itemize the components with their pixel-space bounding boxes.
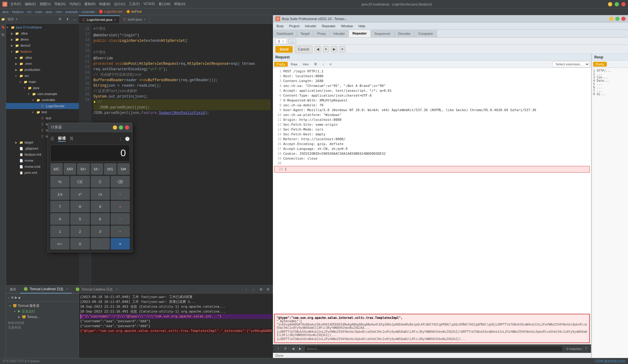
close-panel-btn[interactable]: — <box>72 16 78 22</box>
menu-run[interactable]: 运行(U) <box>114 2 125 6</box>
tree-fastjson[interactable]: ▾ 📁 fastjson <box>6 48 79 55</box>
tree-controller[interactable]: ▾ 📁 controller <box>6 97 79 103</box>
structure-icon[interactable]: 🏗 <box>0 32 6 38</box>
burp-menu-window[interactable]: Window <box>339 24 355 28</box>
breadcrumb-java[interactable]: java <box>2 10 8 14</box>
minimize-button[interactable] <box>608 2 612 6</box>
tab-services[interactable]: 服务 <box>6 286 20 293</box>
burp-menu-intruder[interactable]: Intruder <box>303 24 319 28</box>
nav-dropdown-btn[interactable]: ▾ <box>323 46 329 52</box>
burp-min[interactable] <box>609 17 613 21</box>
close-button[interactable] <box>621 2 626 6</box>
tree-test-folder[interactable]: ▾ 📁 test <box>6 109 79 115</box>
menu-code[interactable]: 代码(C) <box>69 2 81 6</box>
calc-btn-mplus[interactable]: M+ <box>77 163 89 175</box>
calc-type-other[interactable]: 另 <box>69 136 73 141</box>
collapse-all-btn[interactable]: ⚙ <box>57 16 63 22</box>
calc-btn-2[interactable]: 2 <box>70 226 89 237</box>
menu-vcs[interactable]: VCS(S) <box>143 2 155 6</box>
calc-btn-1[interactable]: 1 <box>50 226 69 237</box>
calc-btn-mr[interactable]: MR <box>64 163 76 175</box>
service-tomcat[interactable]: ▾ 🐱 Tomcat 服务器 <box>8 303 77 309</box>
repeater-tab-1[interactable]: 1 × <box>275 38 287 44</box>
bookmark-icon[interactable]: 🔖 <box>0 24 6 30</box>
close-rep-tab[interactable]: × <box>282 39 284 43</box>
maximize-button[interactable] <box>615 2 619 6</box>
calc-btn-0[interactable]: 0 <box>70 238 89 250</box>
close-tab-loginservlet[interactable]: × <box>114 18 116 22</box>
tree-fastjson-idea[interactable]: ▶ 📁 .idea <box>6 55 79 61</box>
service-tomcat-instance[interactable]: ▶ 🐱 Tomca... <box>8 314 77 319</box>
calc-minimize[interactable] <box>113 125 117 130</box>
calc-btn-mlist[interactable]: M▾ <box>117 163 130 175</box>
calc-btn-sub[interactable]: − <box>111 213 130 225</box>
tree-main[interactable]: ▾ 📁 main <box>6 79 79 85</box>
calc-btn-sign[interactable]: +/− <box>50 238 69 250</box>
close-tomcat-tab[interactable]: × <box>66 287 68 291</box>
ext-select[interactable]: Select extension... <box>552 61 590 67</box>
breadcrumb-main[interactable]: main <box>35 10 42 14</box>
calc-type-standard[interactable]: 标准 <box>58 136 66 142</box>
tree-test1[interactable]: C test <box>6 115 79 121</box>
breadcrumb-com[interactable]: com <box>55 10 62 14</box>
tree-src[interactable]: ▾ 📁 src <box>6 73 79 79</box>
calc-btn-sq[interactable]: x² <box>70 188 89 200</box>
tab-tomcat-local[interactable]: 🟢 Tomcat Localhost 日志 × <box>20 286 72 293</box>
tree-java[interactable]: ▾ 📁 java <box>6 85 79 91</box>
up-btn[interactable]: ↑ <box>243 286 249 293</box>
menu-tools[interactable]: 工具(T) <box>129 2 140 6</box>
breadcrumb-controller[interactable]: controller <box>82 10 95 14</box>
menu-edit[interactable]: 编辑(E) <box>25 2 36 6</box>
breadcrumb-loginservlet[interactable]: 🔴 LoginServlet <box>99 10 123 14</box>
calc-icon-1[interactable]: ⋮ <box>119 137 123 141</box>
project-icon[interactable]: 📁 <box>0 16 6 22</box>
run-btn[interactable]: ▶ <box>15 296 17 299</box>
calc-btn-div[interactable]: ÷ <box>111 188 130 200</box>
burp-tab-comparer[interactable]: Comparer <box>415 30 437 37</box>
calc-btn-add[interactable]: + <box>111 226 130 237</box>
burp-menu-repeater[interactable]: Repeater <box>319 24 338 28</box>
calc-btn-ms[interactable]: MS <box>104 163 116 175</box>
burp-close[interactable] <box>621 17 626 21</box>
menu-build[interactable]: 构建(B) <box>99 2 110 6</box>
calc-btn-ce[interactable]: CE <box>70 176 89 187</box>
tree-idea[interactable]: ▶ 📁 .idea <box>6 30 79 36</box>
tree-demo2[interactable]: ▶ 📁 demo2 <box>6 42 79 48</box>
search-prev-btn[interactable]: ◀ <box>290 346 296 351</box>
burp-tab-intruder[interactable]: Intruder <box>330 30 349 37</box>
calc-btn-5[interactable]: 5 <box>70 213 89 225</box>
burp-tab-dashboard[interactable]: Dashboard <box>273 30 297 37</box>
burp-tab-target[interactable]: Target <box>297 30 314 37</box>
breadcrumb-dopost[interactable]: 🔶 doPost <box>126 10 142 14</box>
nav-next-btn[interactable]: ▶ <box>331 46 338 52</box>
tree-demo[interactable]: ▶ 📁 demo <box>6 36 79 42</box>
calc-btn-8[interactable]: 8 <box>70 201 89 212</box>
calc-btn-9[interactable]: 9 <box>91 201 110 212</box>
search-settings-btn[interactable]: ⚙ <box>282 346 289 351</box>
search-next-btn[interactable]: ▶ <box>297 346 303 351</box>
calc-btn-equals[interactable]: = <box>111 238 130 250</box>
breadcrumb-example[interactable]: example <box>65 10 78 14</box>
req-subtab-pretty[interactable]: Pretty <box>274 62 288 67</box>
tab-tomcat-catalina[interactable]: 🟢 Tomcat Catalina 日志 × <box>72 286 122 293</box>
nav-prev-btn[interactable]: ◀ <box>314 46 321 52</box>
nav-more-btn[interactable]: ▾ <box>339 46 345 52</box>
menu-refactor[interactable]: 重构(R) <box>84 2 96 6</box>
req-subtab-hex[interactable]: Hex <box>301 62 311 67</box>
tab-loginservlet[interactable]: C LoginServlet.java × <box>79 15 120 23</box>
service-running[interactable]: ▾ ▶ 正在运行 <box>8 309 77 314</box>
menu-view[interactable]: 视图(V) <box>40 2 51 6</box>
stop-btn[interactable]: ■ <box>18 296 21 299</box>
tree-com-example[interactable]: ▾ 📁 com.example <box>6 91 79 97</box>
tab-test4[interactable]: C test4.java × <box>120 15 149 23</box>
tree-fastjson-mvn[interactable]: ▶ 📁 .mvn <box>6 61 79 67</box>
send-button[interactable]: Send <box>275 46 293 53</box>
breadcrumb-javafolder[interactable]: java <box>46 10 52 14</box>
calc-close[interactable] <box>125 125 129 130</box>
expand-all-btn[interactable]: ↕ <box>8 296 10 299</box>
repeater-tab-more[interactable]: ... <box>288 38 296 44</box>
calc-btn-6[interactable]: 6 <box>91 213 110 225</box>
tree-production[interactable]: ▶ 📁 production <box>6 67 79 73</box>
menu-nav[interactable]: 导航(N) <box>54 2 65 6</box>
request-http-content[interactable]: 1POST /login HTTP/1.1 2Host: localhost:8… <box>273 68 591 314</box>
